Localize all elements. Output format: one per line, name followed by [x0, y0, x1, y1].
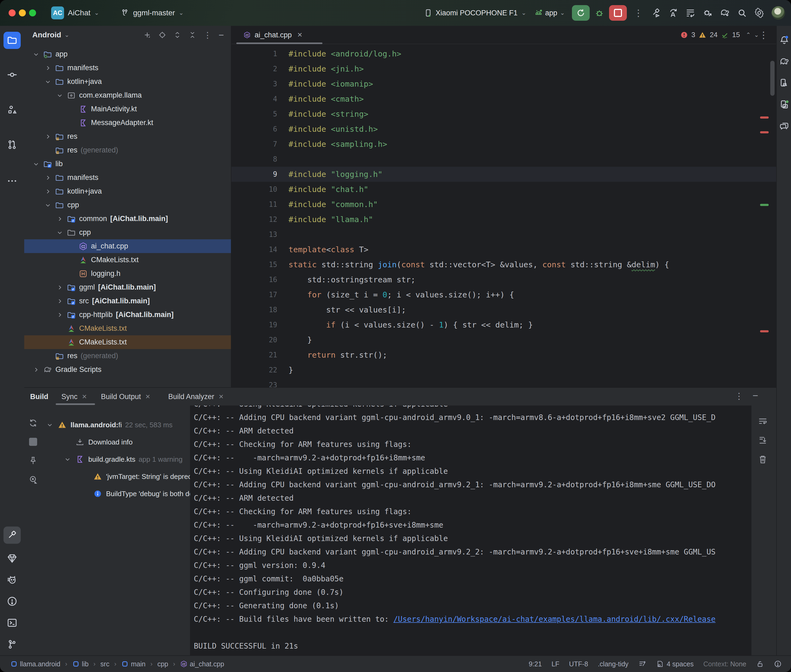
tree-item-cmakelists-txt[interactable]: CMakeLists.txt: [24, 322, 231, 335]
more-tool-windows-icon[interactable]: [3, 172, 21, 190]
code-line-7[interactable]: 7#include <sampling.h>: [231, 137, 776, 152]
tab-build-output[interactable]: Build Output✕: [101, 388, 151, 405]
tree-item-cmakelists-txt[interactable]: CMakeLists.txt: [24, 335, 231, 349]
notifications-bell-icon[interactable]: [778, 34, 791, 47]
sync-tree-item[interactable]: build.gradle.ktsapp 1 warning: [46, 451, 190, 468]
tree-item-cpp[interactable]: cpp: [24, 226, 231, 239]
filter-icon[interactable]: [28, 474, 38, 486]
tree-item-lib[interactable]: lib: [24, 157, 231, 171]
code-line-5[interactable]: 5#include <string>: [231, 107, 776, 122]
tree-item-common[interactable]: common[AiChat.lib.main]: [24, 212, 231, 226]
caret-position[interactable]: 9:21: [529, 660, 542, 668]
user-avatar[interactable]: [772, 6, 785, 20]
breadcrumb-item-main[interactable]: main: [121, 660, 145, 668]
gemini-assistant-icon[interactable]: [778, 119, 791, 133]
error-indicator-icon[interactable]: [774, 660, 782, 668]
expand-all-icon[interactable]: [173, 31, 181, 39]
code-line-20[interactable]: 20 }: [231, 332, 776, 347]
breadcrumb-item-lib[interactable]: lib: [72, 660, 88, 668]
line-separator[interactable]: LF: [552, 660, 559, 668]
close-tab-icon[interactable]: ✕: [145, 393, 151, 400]
close-tab-icon[interactable]: ✕: [82, 393, 87, 400]
structure-tool-icon[interactable]: [3, 101, 21, 118]
stop-button[interactable]: [609, 5, 627, 21]
apply-changes-icon[interactable]: [667, 7, 679, 19]
tab-ai-chat-cpp[interactable]: C ai_chat.cpp ✕: [241, 26, 305, 44]
code-line-4[interactable]: 4#include <cmath>: [231, 91, 776, 107]
project-selector[interactable]: AiChat: [68, 9, 90, 17]
clang-tidy-status[interactable]: .clang-tidy: [598, 660, 629, 668]
error-stripe-mark[interactable]: [760, 131, 769, 133]
scroll-to-end-icon[interactable]: [757, 435, 768, 446]
tree-item-ggml[interactable]: ggml[AiChat.lib.main]: [24, 280, 231, 294]
error-stripe-mark[interactable]: [760, 117, 769, 118]
indent-config[interactable]: 4 spaces: [656, 660, 693, 668]
code-line-3[interactable]: 3#include <iomanip>: [231, 76, 776, 91]
resync-icon[interactable]: [28, 418, 38, 429]
locate-file-icon[interactable]: [158, 31, 166, 39]
tree-item-logging-h[interactable]: logging.h: [24, 267, 231, 280]
branch-selector[interactable]: ggml-master: [133, 9, 175, 17]
device-manager-icon[interactable]: [778, 76, 791, 90]
code-line-6[interactable]: 6#include <unistd.h>: [231, 122, 776, 137]
tree-item-kotlin-java[interactable]: kotlin+java: [24, 184, 231, 198]
project-options-kebab[interactable]: ⋮: [204, 30, 212, 40]
code-editor[interactable]: 1#include <android/log.h>2#include <jni.…: [231, 46, 776, 387]
minimize-window-button[interactable]: [19, 10, 26, 16]
tab-build-analyzer[interactable]: Build Analyzer✕: [168, 388, 224, 405]
clear-console-trash-icon[interactable]: [757, 454, 768, 465]
code-line-11[interactable]: 11#include "common.h": [231, 197, 776, 212]
editor-scrollbar[interactable]: [770, 61, 775, 96]
tree-item-ai-chat-cpp[interactable]: Cai_chat.cpp: [24, 239, 231, 253]
soft-wrap-icon[interactable]: [757, 416, 768, 427]
collapse-all-icon[interactable]: [188, 31, 196, 39]
sync-tree-item[interactable]: Download info: [46, 434, 190, 451]
build-options-kebab[interactable]: ⋮: [735, 391, 743, 401]
tree-item-gradle-scripts[interactable]: Gradle Scripts: [24, 363, 231, 376]
code-line-13[interactable]: 13: [231, 227, 776, 242]
sync-tree-item[interactable]: BuildType 'debug' is both de: [46, 485, 190, 502]
rerun-button[interactable]: [572, 5, 590, 21]
logcat-tool-icon[interactable]: [3, 571, 21, 588]
tree-item-mainactivity-kt[interactable]: MainActivity.kt: [24, 102, 231, 116]
error-stripe-mark[interactable]: [760, 330, 769, 332]
code-line-9[interactable]: 9#include "logging.h": [231, 167, 776, 182]
build-tool-icon[interactable]: [3, 526, 21, 544]
commit-tool-icon[interactable]: [3, 66, 21, 83]
close-tab-icon[interactable]: ✕: [218, 393, 224, 400]
tree-item-kotlin-java[interactable]: kotlin+java: [24, 75, 231, 88]
unlocked-icon[interactable]: [756, 660, 764, 668]
breadcrumb-item-ai-chat-cpp[interactable]: Cai_chat.cpp: [180, 660, 224, 668]
tree-item-src[interactable]: src[AiChat.lib.main]: [24, 294, 231, 308]
breadcrumb-item-cpp[interactable]: cpp: [157, 660, 168, 668]
debug-button[interactable]: [594, 7, 605, 19]
code-line-12[interactable]: 12#include "llama.h": [231, 212, 776, 227]
breadcrumb[interactable]: llama.android›lib›src›main›cpp›Cai_chat.…: [0, 660, 224, 668]
terminal-tool-icon[interactable]: [3, 614, 21, 631]
project-view-selector[interactable]: Android: [32, 30, 61, 39]
sync-tree-item[interactable]: 'jvmTarget: String' is deprec: [46, 468, 190, 485]
tree-item-messageadapter-kt[interactable]: MessageAdapter.kt: [24, 116, 231, 130]
tree-item-res[interactable]: res(generated): [24, 349, 231, 363]
tree-item-com-example-llama[interactable]: com.example.llama: [24, 88, 231, 102]
app-quality-insights-icon[interactable]: [3, 550, 21, 567]
running-devices-icon[interactable]: [778, 98, 791, 111]
new-item-plus-icon[interactable]: [143, 31, 151, 39]
version-control-tool-icon[interactable]: [3, 636, 21, 653]
code-line-23[interactable]: 23: [231, 378, 776, 387]
code-line-17[interactable]: 17 for (size_t i = 0; i < values.size();…: [231, 287, 776, 302]
code-line-19[interactable]: 19 if (i < values.size() - 1) { str << d…: [231, 317, 776, 332]
file-encoding[interactable]: UTF-8: [569, 660, 588, 668]
stop-gray-icon[interactable]: [28, 437, 38, 448]
tree-item-res[interactable]: res(generated): [24, 143, 231, 157]
next-problem-icon[interactable]: ⌄: [754, 32, 759, 38]
hide-project-panel-icon[interactable]: −: [218, 30, 224, 40]
settings-gear-icon[interactable]: [753, 7, 765, 19]
tree-item-cmakelists-txt[interactable]: CMakeLists.txt: [24, 253, 231, 267]
code-line-21[interactable]: 21 return str.str();: [231, 347, 776, 363]
build-console[interactable]: C/C++: -- Using KleidiAI optimized kerne…: [190, 405, 751, 655]
search-everywhere-icon[interactable]: [736, 7, 748, 19]
tab-sync[interactable]: Sync✕: [61, 388, 87, 405]
breadcrumb-item-src[interactable]: src: [100, 660, 109, 668]
tree-item-app[interactable]: app: [24, 47, 231, 61]
